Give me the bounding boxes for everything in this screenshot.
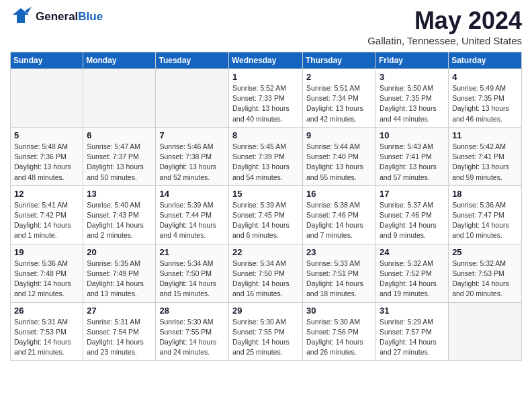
calendar-header-sunday: Sunday [11,52,83,69]
day-number: 17 [380,189,445,199]
calendar-cell: 15Sunrise: 5:39 AM Sunset: 7:45 PM Dayli… [229,185,303,244]
calendar-cell: 18Sunrise: 5:36 AM Sunset: 7:47 PM Dayli… [449,185,522,244]
calendar-cell: 2Sunrise: 5:51 AM Sunset: 7:34 PM Daylig… [303,69,376,128]
day-info: Sunrise: 5:31 AM Sunset: 7:53 PM Dayligh… [14,317,79,358]
day-number: 22 [232,247,299,257]
calendar-cell: 29Sunrise: 5:30 AM Sunset: 7:55 PM Dayli… [229,302,303,361]
day-info: Sunrise: 5:30 AM Sunset: 7:55 PM Dayligh… [159,317,225,358]
day-info: Sunrise: 5:33 AM Sunset: 7:51 PM Dayligh… [306,259,372,300]
day-info: Sunrise: 5:50 AM Sunset: 7:35 PM Dayligh… [380,83,445,124]
day-number: 26 [14,306,79,316]
calendar-cell [83,69,156,128]
day-info: Sunrise: 5:51 AM Sunset: 7:34 PM Dayligh… [306,83,372,124]
calendar-cell: 28Sunrise: 5:30 AM Sunset: 7:55 PM Dayli… [156,302,229,361]
calendar-cell: 8Sunrise: 5:45 AM Sunset: 7:39 PM Daylig… [229,127,303,185]
calendar-cell: 7Sunrise: 5:46 AM Sunset: 7:38 PM Daylig… [156,127,229,185]
day-number: 3 [380,72,445,82]
calendar-table: SundayMondayTuesdayWednesdayThursdayFrid… [10,52,522,361]
calendar-week-row: 1Sunrise: 5:52 AM Sunset: 7:33 PM Daylig… [11,69,522,128]
day-number: 12 [14,189,79,199]
calendar-week-row: 5Sunrise: 5:48 AM Sunset: 7:36 PM Daylig… [11,127,522,185]
day-info: Sunrise: 5:30 AM Sunset: 7:56 PM Dayligh… [306,317,372,358]
day-number: 21 [159,247,225,257]
calendar-cell: 14Sunrise: 5:39 AM Sunset: 7:44 PM Dayli… [156,185,229,244]
calendar-cell: 4Sunrise: 5:49 AM Sunset: 7:35 PM Daylig… [449,69,522,128]
day-info: Sunrise: 5:36 AM Sunset: 7:47 PM Dayligh… [452,200,518,241]
day-info: Sunrise: 5:48 AM Sunset: 7:36 PM Dayligh… [14,142,79,183]
day-info: Sunrise: 5:47 AM Sunset: 7:37 PM Dayligh… [87,142,152,183]
logo-mark [10,7,32,27]
calendar-cell: 27Sunrise: 5:31 AM Sunset: 7:54 PM Dayli… [83,302,156,361]
day-info: Sunrise: 5:49 AM Sunset: 7:35 PM Dayligh… [452,83,518,124]
day-number: 29 [232,306,299,316]
day-number: 13 [87,189,152,199]
month-title: May 2024 [367,7,522,35]
calendar-cell: 13Sunrise: 5:40 AM Sunset: 7:43 PM Dayli… [83,185,156,244]
day-info: Sunrise: 5:42 AM Sunset: 7:41 PM Dayligh… [452,142,518,183]
day-number: 9 [306,130,372,140]
calendar-cell: 19Sunrise: 5:36 AM Sunset: 7:48 PM Dayli… [11,244,83,302]
calendar-cell: 12Sunrise: 5:41 AM Sunset: 7:42 PM Dayli… [11,185,83,244]
day-number: 28 [159,306,225,316]
calendar-cell: 6Sunrise: 5:47 AM Sunset: 7:37 PM Daylig… [83,127,156,185]
calendar-header-row: SundayMondayTuesdayWednesdayThursdayFrid… [11,52,522,69]
calendar-cell: 21Sunrise: 5:34 AM Sunset: 7:50 PM Dayli… [156,244,229,302]
location: Gallatin, Tennessee, United States [367,35,522,46]
title-area: May 2024 Gallatin, Tennessee, United Sta… [367,7,522,46]
calendar-header-friday: Friday [376,52,449,69]
calendar-cell: 31Sunrise: 5:29 AM Sunset: 7:57 PM Dayli… [376,302,449,361]
day-info: Sunrise: 5:41 AM Sunset: 7:42 PM Dayligh… [14,200,79,241]
calendar-cell: 22Sunrise: 5:34 AM Sunset: 7:50 PM Dayli… [229,244,303,302]
day-info: Sunrise: 5:35 AM Sunset: 7:49 PM Dayligh… [87,259,152,300]
day-number: 23 [306,247,372,257]
calendar-week-row: 26Sunrise: 5:31 AM Sunset: 7:53 PM Dayli… [11,302,522,361]
day-number: 1 [232,72,299,82]
day-number: 25 [452,247,518,257]
calendar-cell: 24Sunrise: 5:32 AM Sunset: 7:52 PM Dayli… [376,244,449,302]
calendar-cell: 1Sunrise: 5:52 AM Sunset: 7:33 PM Daylig… [229,69,303,128]
logo: General Blue [10,7,103,27]
calendar-cell: 5Sunrise: 5:48 AM Sunset: 7:36 PM Daylig… [11,127,83,185]
day-number: 7 [159,130,225,140]
day-info: Sunrise: 5:37 AM Sunset: 7:46 PM Dayligh… [380,200,445,241]
calendar-cell: 25Sunrise: 5:32 AM Sunset: 7:53 PM Dayli… [449,244,522,302]
day-number: 20 [87,247,152,257]
calendar-cell: 17Sunrise: 5:37 AM Sunset: 7:46 PM Dayli… [376,185,449,244]
day-info: Sunrise: 5:36 AM Sunset: 7:48 PM Dayligh… [14,259,79,300]
day-info: Sunrise: 5:52 AM Sunset: 7:33 PM Dayligh… [232,83,299,124]
calendar-cell: 20Sunrise: 5:35 AM Sunset: 7:49 PM Dayli… [83,244,156,302]
day-number: 31 [380,306,445,316]
day-info: Sunrise: 5:39 AM Sunset: 7:45 PM Dayligh… [232,200,299,241]
day-number: 8 [232,130,299,140]
day-number: 14 [159,189,225,199]
calendar-cell [449,302,522,361]
calendar-week-row: 19Sunrise: 5:36 AM Sunset: 7:48 PM Dayli… [11,244,522,302]
day-info: Sunrise: 5:30 AM Sunset: 7:55 PM Dayligh… [232,317,299,358]
day-number: 16 [306,189,372,199]
day-number: 2 [306,72,372,82]
page-header: General Blue May 2024 Gallatin, Tennesse… [10,7,522,46]
day-info: Sunrise: 5:34 AM Sunset: 7:50 PM Dayligh… [232,259,299,300]
calendar-header-wednesday: Wednesday [229,52,303,69]
day-info: Sunrise: 5:34 AM Sunset: 7:50 PM Dayligh… [159,259,225,300]
day-info: Sunrise: 5:31 AM Sunset: 7:54 PM Dayligh… [87,317,152,358]
day-info: Sunrise: 5:39 AM Sunset: 7:44 PM Dayligh… [159,200,225,241]
day-info: Sunrise: 5:38 AM Sunset: 7:46 PM Dayligh… [306,200,372,241]
day-info: Sunrise: 5:40 AM Sunset: 7:43 PM Dayligh… [87,200,152,241]
calendar-header-monday: Monday [83,52,156,69]
day-info: Sunrise: 5:45 AM Sunset: 7:39 PM Dayligh… [232,142,299,183]
calendar-cell [156,69,229,128]
calendar-cell: 26Sunrise: 5:31 AM Sunset: 7:53 PM Dayli… [11,302,83,361]
day-info: Sunrise: 5:44 AM Sunset: 7:40 PM Dayligh… [306,142,372,183]
calendar-cell: 9Sunrise: 5:44 AM Sunset: 7:40 PM Daylig… [303,127,376,185]
day-number: 5 [14,130,79,140]
logo-blue: Blue [78,10,103,24]
day-number: 10 [380,130,445,140]
day-number: 18 [452,189,518,199]
day-number: 15 [232,189,299,199]
day-number: 11 [452,130,518,140]
day-number: 4 [452,72,518,82]
calendar-cell: 10Sunrise: 5:43 AM Sunset: 7:41 PM Dayli… [376,127,449,185]
calendar-cell: 23Sunrise: 5:33 AM Sunset: 7:51 PM Dayli… [303,244,376,302]
day-info: Sunrise: 5:46 AM Sunset: 7:38 PM Dayligh… [159,142,225,183]
